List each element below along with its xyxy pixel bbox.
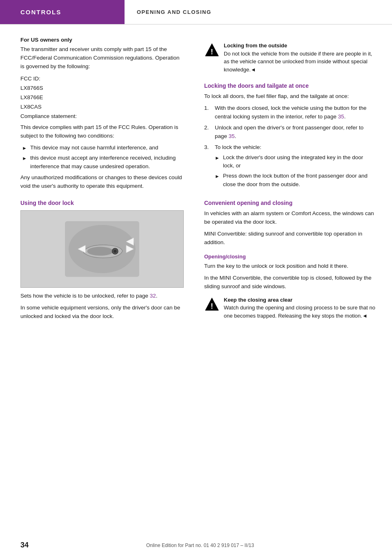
header-section-opening: OPENING AND CLOSING [125,0,392,24]
locking-steps-list: 1. With the doors closed, lock the vehic… [204,104,376,191]
header-section-controls: CONTROLS [0,0,125,24]
svg-text:!: ! [211,301,213,310]
sub-bullet-2: ► Press down the lock button of the fron… [215,172,376,189]
sub-bullet-arrow-icon: ► [215,154,220,162]
door-lock-image [20,210,184,288]
modifications-text: Any unauthorized modifications or change… [20,173,184,191]
fcc-id-2: LX8766E [20,93,184,102]
step-1-num: 1. [204,104,212,113]
opening-closing-sub-title: Opening/closing [204,254,376,260]
fcc-bullets: ► This device may not cause harmful inte… [20,144,184,171]
bullet-arrow-icon: ► [22,145,27,152]
using-door-lock-section: Using the door lock [20,200,184,321]
compliance-label: Compliance statement: [20,112,184,121]
step-1: 1. With the doors closed, lock the vehic… [204,104,376,121]
svg-point-4 [114,250,116,253]
page-footer: 34 Online Edition for Part no. 01 40 2 9… [0,541,392,549]
fcc-id-1: LX8766S [20,84,184,93]
convenient-para3: Turn the key to the unlock or lock posit… [204,262,376,271]
fcc-bullet-1: ► This device may not cause harmful inte… [20,144,184,152]
locking-doors-section: Locking the doors and tailgate at once T… [204,82,376,191]
sub-bullet-arrow-icon: ► [215,173,220,180]
locking-doors-intro: To lock all doors, the fuel filler flap,… [204,92,376,101]
page-32-link[interactable]: 32 [150,293,156,299]
step-3-subbullets: ► Lock the driver's door using the integ… [215,153,376,189]
using-door-lock-title: Using the door lock [20,200,184,206]
warning-locking-outside-text: Locking from the outside Do not lock the… [224,42,376,73]
step-2: 2. Unlock and open the driver's or front… [204,124,376,141]
svg-text:!: ! [211,47,213,56]
for-us-owners-section: For US owners only The transmitter and r… [20,37,184,191]
right-column: ! Locking from the outside Do not lock t… [196,37,392,324]
left-column: For US owners only The transmitter and r… [0,37,196,324]
sub-bullet-1: ► Lock the driver's door using the integ… [215,153,376,171]
warning-locking-outside: ! Locking from the outside Do not lock t… [204,42,376,73]
warning-triangle-icon-2: ! [204,297,220,312]
step-3: 3. To lock the vehicle: ► Lock the drive… [204,143,376,191]
svg-point-2 [87,247,114,256]
fcc-bullet-2: ► this device must accept any interferen… [20,154,184,171]
convenient-opening-section: Convenient opening and closing In vehicl… [204,200,376,291]
fcc-id-label: FCC ID: [20,74,184,84]
step-2-num: 2. [204,124,212,132]
for-us-owners-para1: The transmitter and receiver units compl… [20,45,184,71]
convenient-opening-title: Convenient opening and closing [204,200,376,206]
convenient-para2: MINI Convertible: sliding sunroof and co… [204,230,376,247]
page-content: For US owners only The transmitter and r… [0,24,392,336]
page-number: 34 [20,541,29,549]
warning-closing-area-text: Keep the closing area clear Watch during… [224,296,376,320]
opening-closing-label: OPENING AND CLOSING [137,9,212,15]
fcc-id-3: LX8CAS [20,102,184,112]
step-3-num: 3. [204,143,212,152]
bullet-arrow-icon: ► [22,155,27,162]
door-lock-svg [61,216,143,282]
compliance-text: This device complies with part 15 of the… [20,123,184,140]
door-lock-para1: Sets how the vehicle is to be unlocked, … [20,292,184,300]
convenient-para4: In the MINI Convertible, the convertible… [204,274,376,291]
for-us-owners-title: For US owners only [20,37,184,43]
warning-closing-area: ! Keep the closing area clear Watch duri… [204,296,376,320]
footer-edition-text: Online Edition for Part no. 01 40 2 919 … [29,543,372,548]
warning-triangle-icon: ! [204,42,220,58]
locking-doors-title: Locking the doors and tailgate at once [204,82,376,89]
door-lock-para2: In some vehicle equipment versions, only… [20,304,184,321]
controls-label: CONTROLS [20,9,61,16]
step1-page-link[interactable]: 35 [338,113,344,120]
step2-page-link[interactable]: 35 [229,133,235,139]
page-header: CONTROLS OPENING AND CLOSING [0,0,392,24]
convenient-para1: In vehicles with an alarm system or Comf… [204,209,376,227]
